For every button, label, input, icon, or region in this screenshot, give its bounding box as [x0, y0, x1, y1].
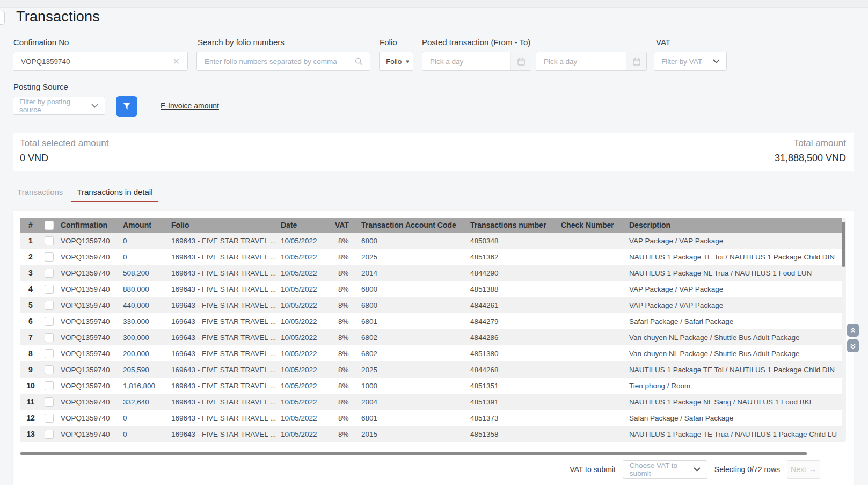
col-header-date: Date [277, 221, 331, 229]
row-checkbox[interactable] [45, 236, 54, 245]
scroll-to-top-button[interactable] [847, 324, 859, 337]
row-checkbox-cell [41, 269, 57, 278]
vat-to-submit-label: VAT to submit [570, 465, 616, 474]
row-checkbox[interactable] [45, 301, 54, 310]
cell-amount: 0 [119, 430, 167, 438]
posted-transaction-label: Posted transaction (From - To) [422, 38, 530, 47]
cell-folio: 169643 - FIVE STAR TRAVEL ... [167, 430, 277, 438]
table-row: 1VOPQ13597400169643 - FIVE STAR TRAVEL .… [20, 233, 844, 249]
posting-source-select[interactable]: Filter by posting source [13, 97, 105, 115]
cell-folio: 169643 - FIVE STAR TRAVEL ... [167, 253, 277, 261]
row-checkbox[interactable] [45, 317, 54, 326]
confirmation-label: Confimation No [13, 38, 69, 47]
cell-amount: 300,000 [119, 334, 167, 342]
cell-amount: 200,000 [119, 350, 167, 358]
collapsed-panel-edge-button[interactable] [0, 11, 5, 25]
cell-date: 10/05/2022 [277, 237, 331, 245]
cell-folio: 169643 - FIVE STAR TRAVEL ... [167, 317, 277, 325]
row-checkbox[interactable] [45, 365, 54, 374]
vertical-scrollbar-thumb[interactable] [842, 222, 845, 267]
cell-account-code: 6801 [358, 414, 466, 422]
cell-folio: 169643 - FIVE STAR TRAVEL ... [167, 301, 277, 309]
date-from-input[interactable] [422, 57, 510, 66]
cell-vat: 8% [331, 285, 358, 293]
date-from-field[interactable] [422, 52, 531, 71]
col-header-index: # [20, 221, 41, 229]
col-header-transactions-number: Transactions number [466, 221, 557, 229]
chevron-down-icon [694, 467, 707, 472]
choose-vat-select[interactable]: Choose VAT to submit [623, 460, 707, 479]
cell-date: 10/05/2022 [277, 350, 331, 358]
cell-description: VAP Package / VAP Package [625, 301, 844, 309]
cell-folio: 169643 - FIVE STAR TRAVEL ... [167, 414, 277, 422]
table-row: 5VOPQ1359740440,000169643 - FIVE STAR TR… [20, 297, 844, 313]
row-checkbox[interactable] [45, 269, 54, 278]
confirmation-input[interactable] [13, 57, 165, 66]
date-to-input[interactable] [536, 57, 626, 66]
cell-description: VAP Package / VAP Package [625, 285, 844, 293]
cell-date: 10/05/2022 [277, 253, 331, 261]
next-button[interactable]: Next → [787, 460, 820, 479]
row-checkbox[interactable] [45, 333, 54, 342]
row-index: 7 [20, 333, 41, 342]
row-checkbox[interactable] [45, 285, 54, 294]
chevron-down-icon [713, 59, 726, 63]
horizontal-scrollbar-thumb[interactable] [20, 452, 807, 455]
row-checkbox[interactable] [45, 381, 54, 390]
row-checkbox[interactable] [45, 252, 54, 262]
cell-date: 10/05/2022 [277, 301, 331, 309]
scroll-to-bottom-button[interactable] [847, 339, 859, 352]
row-checkbox[interactable] [45, 349, 54, 358]
arrow-right-icon: → [809, 465, 816, 474]
cell-vat: 8% [331, 253, 358, 261]
vat-filter-select[interactable]: Filter by VAT [654, 52, 727, 71]
cell-confirmation: VOPQ1359740 [57, 382, 119, 390]
row-checkbox[interactable] [45, 397, 54, 407]
folio-search-input[interactable] [197, 57, 348, 66]
date-to-field[interactable] [536, 52, 647, 71]
cell-confirmation: VOPQ1359740 [57, 285, 119, 293]
cell-amount: 0 [119, 237, 167, 245]
chevron-down-icon [91, 104, 105, 108]
cell-folio: 169643 - FIVE STAR TRAVEL ... [167, 334, 277, 342]
table-row: 6VOPQ1359740330,000169643 - FIVE STAR TR… [20, 313, 844, 329]
cell-description: NAUTILUS 1 Package TE Toi / NAUTILUS 1 P… [625, 366, 844, 374]
tab-transactions[interactable]: Transactions [17, 187, 63, 202]
row-checkbox-cell [41, 333, 57, 342]
row-index: 9 [20, 365, 41, 374]
cell-vat: 8% [331, 398, 358, 406]
cell-date: 10/05/2022 [277, 398, 331, 406]
choose-vat-placeholder: Choose VAT to submit [630, 461, 694, 477]
row-index: 11 [20, 397, 41, 406]
cell-amount: 880,000 [119, 285, 167, 293]
cell-transactions-number: 4850348 [466, 237, 557, 245]
cell-vat: 8% [331, 317, 358, 325]
cell-vat: 8% [331, 366, 358, 374]
row-checkbox-cell [41, 285, 57, 294]
cell-account-code: 2014 [358, 269, 466, 277]
tab-transactions-in-detail[interactable]: Transactions in detail [71, 187, 158, 202]
page-title: Transactions [16, 9, 100, 25]
clear-confirmation-icon[interactable]: ✕ [165, 56, 187, 67]
row-checkbox[interactable] [45, 414, 54, 423]
cell-vat: 8% [331, 382, 358, 390]
row-checkbox-cell [41, 349, 57, 358]
row-checkbox-cell [41, 365, 57, 374]
cell-confirmation: VOPQ1359740 [57, 334, 119, 342]
cell-date: 10/05/2022 [277, 317, 331, 325]
select-all-checkbox[interactable] [45, 221, 54, 230]
calendar-icon [510, 52, 531, 70]
cell-confirmation: VOPQ1359740 [57, 269, 119, 277]
table-row: 2VOPQ13597400169643 - FIVE STAR TRAVEL .… [20, 249, 844, 265]
apply-filter-button[interactable] [116, 96, 137, 117]
cell-account-code: 6800 [358, 237, 466, 245]
folio-select[interactable]: Folio ▾ [379, 52, 413, 71]
cell-description: NAUTILUS 1 Package TE Trua / NAUTILUS 1 … [625, 430, 844, 438]
total-selected-label: Total selected amount [20, 138, 108, 149]
folio-label: Folio [380, 38, 397, 47]
vat-label: VAT [656, 38, 670, 47]
row-checkbox-cell [41, 317, 57, 326]
cell-confirmation: VOPQ1359740 [57, 317, 119, 325]
einvoice-amount-link[interactable]: E-Invoice amount [161, 102, 219, 110]
row-checkbox[interactable] [45, 430, 54, 439]
